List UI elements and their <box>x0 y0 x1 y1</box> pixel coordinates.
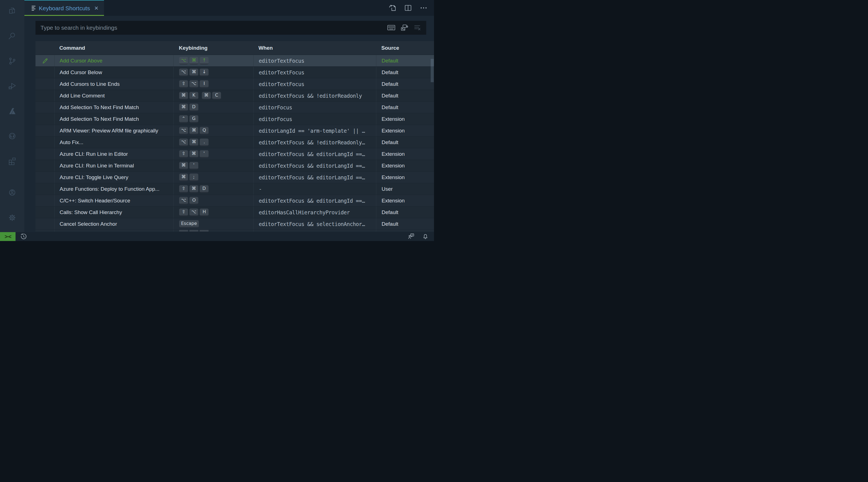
vertical-scrollbar[interactable] <box>431 59 434 82</box>
table-row[interactable]: Add Selection To Next Find Match⌃Geditor… <box>35 113 434 125</box>
header-when: When <box>253 41 376 55</box>
keycap: ⌥ <box>179 127 188 134</box>
table-row[interactable]: Azure CLI: Run Line in Terminal⌘'editorT… <box>35 160 434 172</box>
split-editor-icon[interactable] <box>404 4 412 12</box>
keycap: ↑ <box>200 57 209 64</box>
row-edit-gutter <box>35 183 54 195</box>
tab-keyboard-shortcuts[interactable]: Keyboard Shortcuts ✕ <box>24 0 104 16</box>
table-row[interactable]: C/C++: Switch Header/Source⌥OeditorTextF… <box>35 195 434 206</box>
key-chord: ⌘D <box>179 104 198 111</box>
keybinding-cell: ⇧⌥I <box>173 78 253 90</box>
source-control-button[interactable] <box>4 53 20 69</box>
azure-icon <box>7 106 17 116</box>
remote-icon: >< <box>4 234 11 239</box>
keyboard-icon[interactable] <box>387 24 396 32</box>
keycap: K <box>189 92 198 100</box>
table-row[interactable]: Add Line Comment⌘K⌘CeditorTextFocus && !… <box>35 90 434 102</box>
azure-button[interactable] <box>4 103 20 119</box>
search-icon <box>7 31 17 41</box>
keycap: ⌘ <box>189 139 198 146</box>
keybinding-cell: Escape <box>173 218 253 230</box>
table-row[interactable]: Add Selection To Next Find Match⌘Deditor… <box>35 102 434 113</box>
bell-icon[interactable] <box>422 233 429 240</box>
table-row[interactable]: Add Cursor Above⌥⌘↑editorTextFocusDefaul… <box>35 55 434 67</box>
sort-precedence-icon[interactable] <box>400 24 409 32</box>
source-cell: Default <box>376 102 434 113</box>
row-edit-gutter <box>35 218 54 230</box>
row-edit-gutter <box>35 148 54 160</box>
vscode-window: Keyboard Shortcuts ✕ <box>0 0 434 241</box>
row-edit-gutter <box>35 195 54 206</box>
keycap: ⌘ <box>202 92 211 100</box>
key-chord: ⌘' <box>179 162 198 169</box>
when-cell: editorTextFocus && editorLangId ==… <box>253 160 376 171</box>
key-chord: Escape <box>179 220 199 228</box>
row-edit-gutter <box>35 206 54 218</box>
command-cell: C/C++: Switch Header/Source <box>54 195 173 206</box>
table-row[interactable]: Calls: Show Call Hierarchy⇧⌥HeditorHasCa… <box>35 206 434 218</box>
history-icon[interactable] <box>20 233 27 240</box>
source-cell: Default <box>376 55 434 66</box>
feedback-icon[interactable] <box>408 233 415 240</box>
remote-indicator[interactable]: >< <box>0 232 16 241</box>
source-cell: Extension <box>376 113 434 125</box>
row-edit-gutter <box>35 172 54 183</box>
table-row[interactable]: Auto Fix...⌥⌘.editorTextFocus && !editor… <box>35 137 434 148</box>
table-row[interactable]: Add Cursor Below⌥⌘↓editorTextFocusDefaul… <box>35 67 434 78</box>
keycap: ⌥ <box>189 80 198 88</box>
explorer-button[interactable] <box>4 3 20 19</box>
row-edit-gutter[interactable] <box>35 55 54 66</box>
source-cell: Default <box>376 90 434 101</box>
source-cell: User <box>376 183 434 195</box>
ellipsis-icon[interactable] <box>419 4 428 12</box>
github-button[interactable] <box>4 128 20 144</box>
table-row[interactable]: Cancel Selection AnchorEscapeeditorTextF… <box>35 218 434 230</box>
keycap: ⌘ <box>189 127 198 134</box>
source-cell: Default <box>376 137 434 148</box>
command-cell: Add Selection To Next Find Match <box>54 113 173 125</box>
extensions-icon <box>7 156 17 166</box>
extensions-button[interactable] <box>4 153 20 169</box>
keybinding-cell: ⌥⌘↑ <box>173 55 253 66</box>
source-cell: Extension <box>376 160 434 171</box>
table-row[interactable]: Azure CLI: Toggle Live Query⌘;editorText… <box>35 172 434 183</box>
keybinding-cell: ⌘K⌘C <box>173 90 253 101</box>
row-edit-gutter <box>35 102 54 113</box>
search-actions <box>387 24 422 32</box>
when-cell: editorTextFocus <box>253 67 376 78</box>
search-input[interactable] <box>35 21 387 35</box>
key-chord: ⌥O <box>179 197 198 204</box>
accounts-button[interactable] <box>4 185 20 200</box>
clear-list-icon[interactable] <box>413 24 422 32</box>
close-icon[interactable]: ✕ <box>94 5 98 11</box>
command-cell: Add Cursor Above <box>54 55 173 66</box>
key-chord: ⇧⌥H <box>179 208 209 216</box>
keycap: ⌥ <box>179 197 188 204</box>
account-icon <box>7 188 17 198</box>
manage-button[interactable] <box>4 210 20 225</box>
row-edit-gutter <box>35 230 54 232</box>
edit-keybinding-pencil-icon[interactable] <box>41 57 49 65</box>
when-cell: editorTextFocus <box>253 78 376 90</box>
header-source: Source <box>376 41 434 55</box>
command-cell: Add Cursors to Line Ends <box>54 78 173 90</box>
table-row[interactable]: ARM Viewer: Preview ARM file graphically… <box>35 125 434 137</box>
keycap: ⌥ <box>179 68 188 76</box>
when-cell: editorTextFocus && editorLangId ==… <box>253 148 376 160</box>
run-debug-button[interactable] <box>4 78 20 94</box>
keycap: ⌘ <box>189 68 198 76</box>
table-row[interactable]: Add Cursors to Line Ends⇧⌥IeditorTextFoc… <box>35 78 434 90</box>
status-bar-right <box>408 233 434 240</box>
table-row-partial <box>35 230 434 232</box>
search-button[interactable] <box>4 28 20 44</box>
keybinding-cell: ⇧⌥H <box>173 206 253 218</box>
table-row[interactable]: Azure CLI: Run Line in Editor⇧⌘'editorTe… <box>35 148 434 160</box>
keycap: D <box>189 104 198 111</box>
command-cell: Azure CLI: Toggle Live Query <box>54 172 173 183</box>
command-cell: Add Selection To Next Find Match <box>54 102 173 113</box>
key-chord: ⇧⌘' <box>179 150 209 158</box>
go-to-file-icon[interactable] <box>388 4 397 12</box>
keycap: Escape <box>179 220 199 228</box>
table-row[interactable]: Azure Functions: Deploy to Function App.… <box>35 183 434 195</box>
keybinding-cell <box>173 230 253 232</box>
